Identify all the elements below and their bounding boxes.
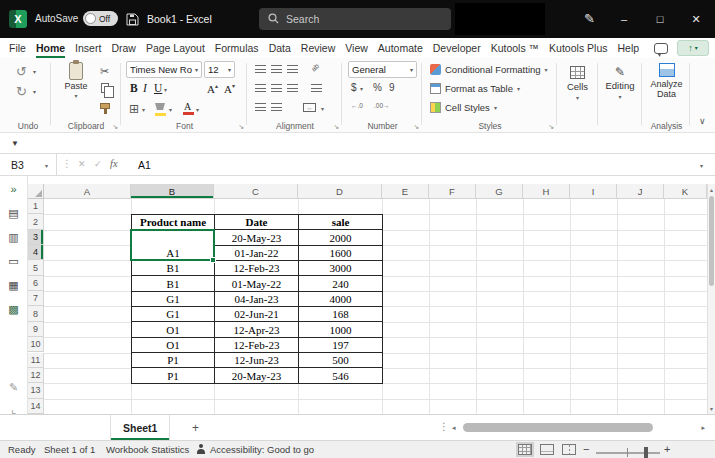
- row-header-8[interactable]: 8: [28, 306, 44, 321]
- column-header-K[interactable]: K: [664, 184, 707, 199]
- redo-icon[interactable]: ↻: [16, 85, 27, 98]
- autosave-toggle[interactable]: Off: [83, 11, 118, 26]
- row-header-3[interactable]: 3: [28, 230, 44, 245]
- scroll-left-icon[interactable]: ◂: [452, 424, 456, 432]
- maximize-button[interactable]: □: [643, 0, 677, 38]
- column-header-G[interactable]: G: [476, 184, 523, 199]
- column-header-J[interactable]: J: [617, 184, 664, 199]
- cell-styles-button[interactable]: Cell Styles ▾: [430, 102, 497, 113]
- row-header-9[interactable]: 9: [28, 322, 44, 337]
- accessibility-status[interactable]: Accessibility: Good to go: [210, 444, 314, 455]
- column-header-D[interactable]: D: [298, 184, 382, 199]
- sheet-tab-sheet1[interactable]: Sheet1: [110, 415, 170, 440]
- columns-nav-icon[interactable]: ▦: [0, 280, 27, 291]
- expand-formula-bar-icon[interactable]: ▾: [700, 162, 703, 169]
- scroll-right-icon[interactable]: ▸: [701, 424, 705, 432]
- new-sheet-button[interactable]: +: [187, 419, 204, 436]
- formula-bar-splitter-icon[interactable]: ⋮: [62, 158, 72, 169]
- format-painter-icon[interactable]: [100, 103, 110, 109]
- menu-tab-developer[interactable]: Developer: [428, 38, 486, 58]
- cell-date[interactable]: 01-Jan-22: [215, 246, 299, 261]
- paste-button[interactable]: Paste ▾: [58, 62, 94, 99]
- comma-style-icon[interactable]: 9: [389, 83, 395, 93]
- cell-date[interactable]: 12-Apr-23: [215, 322, 299, 337]
- borders-icon[interactable]: ⊞: [129, 103, 139, 115]
- search-box[interactable]: Search: [259, 8, 451, 30]
- cell-product[interactable]: P1: [132, 353, 215, 368]
- share-button[interactable]: ↑▾: [677, 40, 709, 56]
- number-dialog-launcher[interactable]: ↘: [413, 123, 419, 131]
- tab-splitter-icon[interactable]: ⋮: [439, 421, 449, 432]
- cell-sale[interactable]: 500: [299, 353, 383, 368]
- cell-product[interactable]: A1: [132, 230, 215, 261]
- cell-date[interactable]: 02-Jun-21: [215, 307, 299, 322]
- underline-chevron-icon[interactable]: ▾: [164, 87, 167, 93]
- confirm-entry-icon[interactable]: ✓: [94, 159, 102, 169]
- cell-sale[interactable]: 4000: [299, 292, 383, 307]
- decrease-indent-icon[interactable]: [255, 103, 266, 111]
- row-header-14[interactable]: 14: [28, 399, 44, 414]
- row-header-10[interactable]: 10: [28, 337, 44, 352]
- decrease-font-size-button[interactable]: A▾: [224, 83, 235, 95]
- cell-sale[interactable]: 1000: [299, 322, 383, 337]
- row-header-6[interactable]: 6: [28, 276, 44, 291]
- cell-sale[interactable]: 240: [299, 276, 383, 291]
- cell-date[interactable]: 20-May-23: [215, 230, 299, 245]
- menu-tab-help[interactable]: Help: [612, 38, 644, 58]
- percent-style-icon[interactable]: %: [373, 83, 382, 93]
- page-layout-view-button[interactable]: [540, 444, 554, 455]
- align-top-icon[interactable]: [255, 65, 266, 73]
- font-color-icon[interactable]: A: [183, 102, 194, 112]
- menu-tab-home[interactable]: Home: [31, 38, 70, 58]
- undo-icon[interactable]: ↺: [16, 65, 27, 78]
- copy-icon[interactable]: [101, 83, 109, 93]
- column-header-B[interactable]: B: [131, 184, 214, 199]
- number-format-combo[interactable]: General▾: [348, 61, 417, 78]
- cell-sale[interactable]: 1600: [299, 246, 383, 261]
- increase-indent-icon[interactable]: [271, 103, 282, 111]
- horizontal-scrollbar[interactable]: ◂ ▸: [452, 420, 707, 435]
- advanced-nav-icon[interactable]: ▩: [0, 304, 27, 315]
- scroll-up-icon[interactable]: ▴: [708, 186, 715, 193]
- normal-view-button[interactable]: [518, 444, 532, 455]
- font-name-combo[interactable]: Times New Ro▾: [126, 61, 202, 78]
- column-header-I[interactable]: I: [570, 184, 617, 199]
- borders-chevron-icon[interactable]: ▾: [142, 107, 145, 113]
- font-dialog-launcher[interactable]: ↘: [238, 123, 244, 131]
- expand-pane-icon[interactable]: »: [0, 184, 27, 195]
- zoom-slider-thumb[interactable]: [644, 447, 648, 458]
- fill-color-icon[interactable]: [155, 103, 166, 113]
- increase-font-size-button[interactable]: A▴: [207, 83, 218, 95]
- merge-center-icon[interactable]: ↔: [303, 103, 316, 112]
- page-break-view-button[interactable]: [562, 444, 576, 455]
- fill-handle[interactable]: [210, 257, 216, 263]
- cell-product[interactable]: O1: [132, 338, 215, 353]
- collapse-ribbon-icon[interactable]: ∨: [699, 116, 706, 126]
- column-header-F[interactable]: F: [429, 184, 476, 199]
- cell-sale[interactable]: 197: [299, 338, 383, 353]
- cell-sale[interactable]: 546: [299, 368, 383, 383]
- alignment-dialog-launcher[interactable]: ↘: [333, 123, 339, 131]
- font-size-combo[interactable]: 12▾: [204, 61, 235, 78]
- font-color-chevron-icon[interactable]: ▾: [196, 107, 199, 113]
- bold-button[interactable]: B: [130, 83, 138, 95]
- row-header-5[interactable]: 5: [28, 260, 44, 275]
- vertical-scroll-thumb[interactable]: [709, 196, 714, 286]
- cell-date[interactable]: 20-May-23: [215, 368, 299, 383]
- save-icon[interactable]: [126, 12, 139, 30]
- clipboard-dialog-launcher[interactable]: ↘: [112, 123, 118, 131]
- cell-product[interactable]: O1: [132, 322, 215, 337]
- underline-button[interactable]: U: [154, 83, 162, 95]
- pen-icon[interactable]: ✎: [584, 11, 595, 26]
- cell-product[interactable]: P1: [132, 368, 215, 383]
- scroll-down-icon[interactable]: ▾: [708, 405, 715, 412]
- cell-date[interactable]: 12-Feb-23: [215, 261, 299, 276]
- column-header-H[interactable]: H: [523, 184, 570, 199]
- minimize-button[interactable]: –: [607, 0, 641, 38]
- conditional-formatting-button[interactable]: Conditional Formatting ▾: [430, 64, 548, 75]
- row-header-4[interactable]: 4: [28, 245, 44, 260]
- kutools-hide-ribbon-arrow-icon[interactable]: ▼: [11, 139, 19, 148]
- comments-icon[interactable]: [654, 43, 668, 54]
- accounting-format-icon[interactable]: $: [351, 83, 357, 93]
- row-header-2[interactable]: 2: [28, 214, 44, 229]
